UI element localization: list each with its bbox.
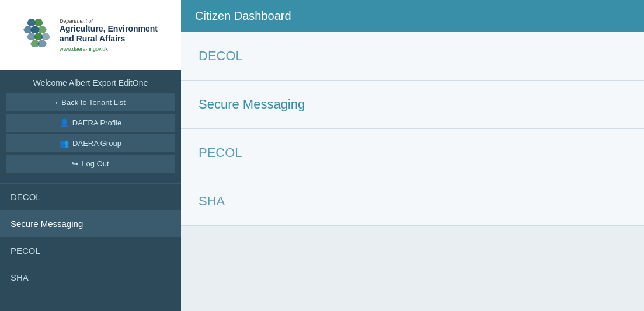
back-to-tenant-button[interactable]: ‹ Back to Tenant List xyxy=(6,93,175,111)
nav-buttons: ‹ Back to Tenant List 👤 DAERA Profile 👥 … xyxy=(0,93,181,173)
logo-hex-icon xyxy=(23,18,54,51)
sha-card[interactable]: SHA xyxy=(181,177,644,226)
sha-card-title: SHA xyxy=(199,194,626,209)
group-icon: 👥 xyxy=(60,139,69,148)
page-title: Citizen Dashboard xyxy=(195,9,291,22)
logo-url: www.daera-ni.gov.uk xyxy=(60,46,158,52)
sidebar-item-sha[interactable]: SHA xyxy=(0,264,181,291)
main-content: DECOLSecure MessagingPECOLSHA xyxy=(181,32,644,311)
main-panel: Citizen Dashboard DECOLSecure MessagingP… xyxy=(181,0,644,311)
log-out-label: Log Out xyxy=(82,159,109,168)
main-header: Citizen Dashboard xyxy=(181,0,644,32)
sidebar: Department of Agriculture, Environment a… xyxy=(0,0,181,311)
secure-messaging-card[interactable]: Secure Messaging xyxy=(181,81,644,129)
pecol-card[interactable]: PECOL xyxy=(181,129,644,177)
daera-group-label: DAERA Group xyxy=(72,139,121,148)
back-to-tenant-label: Back to Tenant List xyxy=(61,98,126,107)
user-icon: 👤 xyxy=(60,118,69,127)
chevron-left-icon: ‹ xyxy=(55,98,58,107)
logo-area: Department of Agriculture, Environment a… xyxy=(0,0,181,70)
logo-dept-label: Department of xyxy=(60,18,158,24)
svg-marker-1 xyxy=(34,19,43,26)
daera-profile-button[interactable]: 👤 DAERA Profile xyxy=(6,114,175,132)
daera-group-button[interactable]: 👥 DAERA Group xyxy=(6,134,175,152)
decol-card-title: DECOL xyxy=(199,48,626,64)
svg-marker-9 xyxy=(37,40,47,47)
daera-profile-label: DAERA Profile xyxy=(72,118,122,127)
welcome-text: Welcome Albert Export EditOne xyxy=(0,70,181,93)
logo-text: Department of Agriculture, Environment a… xyxy=(60,18,158,52)
sidebar-item-pecol[interactable]: PECOL xyxy=(0,237,181,264)
pecol-card-title: PECOL xyxy=(199,145,626,160)
logo-main-title: Agriculture, Environment and Rural Affai… xyxy=(60,24,158,44)
logout-icon: ↪ xyxy=(72,159,78,168)
decol-card[interactable]: DECOL xyxy=(181,32,644,81)
sidebar-item-decol[interactable]: DECOL xyxy=(0,183,181,211)
secure-messaging-card-title: Secure Messaging xyxy=(199,97,626,112)
svg-marker-4 xyxy=(37,26,47,33)
svg-marker-7 xyxy=(41,33,50,40)
sidebar-item-secure-messaging[interactable]: Secure Messaging xyxy=(0,211,181,237)
log-out-button[interactable]: ↪ Log Out xyxy=(6,155,175,173)
sidebar-menu: DECOLSecure MessagingPECOLSHA xyxy=(0,183,181,291)
